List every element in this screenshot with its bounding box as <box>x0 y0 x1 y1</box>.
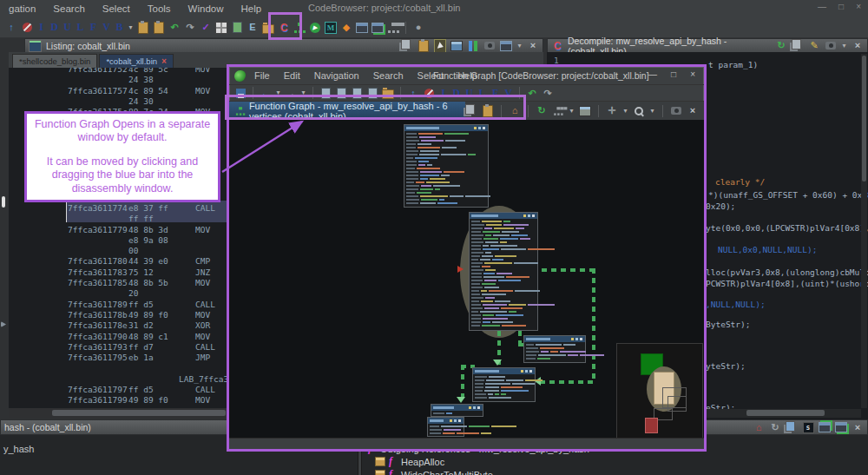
satellite-view[interactable] <box>616 343 703 438</box>
decompile-code-line[interactable]: yte(0x0,0x0,(LPCWSTR)plVar4[0x8],(u <box>706 223 868 233</box>
listing-row[interactable]: 7ffca36117574c 89 54MOV <box>9 86 227 96</box>
import-window-icon[interactable] <box>819 421 831 433</box>
decompile-code-line[interactable]: lloc(pvVar3,0x8,(ulonglong)cbMultiB <box>706 267 868 277</box>
close-decompile-icon[interactable]: × <box>852 40 864 52</box>
function-graph-window[interactable]: FileEditNavigationSearchSelectHelp Funct… <box>227 64 707 452</box>
relayout-icon[interactable]: ↻ <box>536 105 548 117</box>
redo-icon[interactable]: ↷ <box>184 22 196 34</box>
menu-select[interactable]: Select <box>94 3 139 14</box>
layout-icon[interactable] <box>552 105 564 117</box>
decompile-code-line[interactable]: NULL,0x0,NULL,NULL); <box>718 245 817 254</box>
fg-menu-navigation[interactable]: Navigation <box>307 70 366 81</box>
refresh-icon[interactable]: ↻ <box>769 421 781 433</box>
window-icon[interactable] <box>356 22 368 34</box>
fg-menu-edit[interactable]: Edit <box>277 70 307 81</box>
fg-menu-file[interactable]: File <box>247 70 277 81</box>
vertex-titlebar[interactable] <box>470 213 537 219</box>
validate-icon[interactable]: ✓ <box>200 22 212 34</box>
listing-row[interactable]: 7ffca3611797ff d5CALL <box>9 385 227 395</box>
graph-vertex[interactable] <box>472 367 536 402</box>
diamond-icon[interactable]: ◆ <box>340 22 352 34</box>
decompile-hscrollbar[interactable] <box>707 409 861 418</box>
listing-row[interactable]: 7ffca361178548 8b 5bMOV <box>9 278 227 288</box>
listing-row[interactable]: 7ffca361178044 39 e0CMP <box>9 256 227 267</box>
redo-icon[interactable]: ↷ <box>542 87 554 99</box>
vertex-titlebar[interactable] <box>428 418 464 424</box>
listing-row[interactable]: 7ffca361178375 12JNZ <box>9 267 227 278</box>
fg-menu-search[interactable]: Search <box>366 70 411 81</box>
zoom-mode-icon[interactable] <box>633 105 645 117</box>
pan-mode-icon[interactable]: ✛ <box>606 105 618 117</box>
decompile-code-line[interactable]: 0x20); <box>706 201 735 211</box>
listing-row[interactable]: 7ffca3611793ff d7CALL <box>9 342 227 353</box>
datatype-letter-u-icon[interactable]: U <box>62 21 72 34</box>
chevron-down-icon[interactable]: ▾ <box>649 105 655 117</box>
chevron-down-icon[interactable]: ▾ <box>569 105 575 117</box>
decompile-header[interactable]: C Decompile: mw_resolve_api_by_hash - (c… <box>547 38 868 53</box>
decompile-code-line[interactable]: PCWSTR)plVar4[0x8],(uint)*(ushort * <box>706 279 868 288</box>
run-icon[interactable]: ▶ <box>309 22 321 34</box>
listing-row[interactable]: 7ffca361179048 89 c1MOV <box>9 332 227 342</box>
decompile-code-line[interactable]: ,NULL,NULL); <box>706 300 766 309</box>
nav-up-icon[interactable]: ↑ <box>5 22 17 34</box>
datatype-letter-i-icon[interactable]: I <box>36 21 46 34</box>
undo-icon[interactable]: ↶ <box>168 22 181 34</box>
decompile-code-line[interactable]: yteStr); <box>706 361 746 371</box>
listing-row[interactable]: 7ffca3611789ff d5CALL <box>9 300 227 310</box>
paste-icon[interactable] <box>418 40 430 52</box>
listing-row[interactable]: 24 30 <box>9 96 227 107</box>
listing-row[interactable]: 7ffca3611774e8 37 ffCALL <box>9 203 227 214</box>
graph-edge[interactable] <box>542 268 595 272</box>
cursor-style-icon[interactable] <box>434 40 446 52</box>
chevron-down-icon[interactable]: ▾ <box>516 40 523 52</box>
fg-maximize-icon[interactable]: □ <box>671 69 676 79</box>
listing-row[interactable]: 7ffca3611795eb 1aJMP <box>9 353 227 363</box>
menu-search[interactable]: Search <box>44 3 93 14</box>
paste-special-icon[interactable] <box>153 22 165 34</box>
fg-titlebar[interactable]: FileEditNavigationSearchSelectHelp Funct… <box>229 67 704 84</box>
fg-close-icon[interactable]: × <box>690 69 695 79</box>
listing-row[interactable]: 00 <box>9 246 227 256</box>
listing-row[interactable]: 7ffca361178b49 89 f0MOV <box>9 310 227 320</box>
copy-icon[interactable] <box>401 40 413 52</box>
export-window-icon[interactable] <box>835 421 847 433</box>
tab-cobalt-xll[interactable]: *cobalt_xll.bin× <box>99 54 173 68</box>
chevron-down-icon[interactable]: ▾ <box>841 40 847 52</box>
decompile-code-line[interactable]: t param_1) <box>708 60 758 69</box>
snapshot-icon[interactable] <box>670 105 682 117</box>
menu-gation[interactable]: gation <box>0 3 44 14</box>
datatype-letter-b-icon[interactable]: B <box>115 21 124 34</box>
vertex-titlebar[interactable] <box>431 405 483 411</box>
close-fg-icon[interactable]: × <box>687 105 699 117</box>
menu-tools[interactable]: Tools <box>139 3 180 14</box>
call-tree-icon[interactable] <box>387 22 399 34</box>
chevron-down-icon[interactable]: ▾ <box>128 22 134 34</box>
listing-row[interactable]: 24 38 <box>9 75 227 85</box>
menu-help[interactable]: Help <box>233 3 271 14</box>
snapshot-icon[interactable] <box>483 40 496 52</box>
listing-row[interactable]: 20 <box>9 288 227 299</box>
decompile-code-line[interactable]: clearly */ <box>715 177 765 187</box>
main-close-icon[interactable]: × <box>856 2 861 11</box>
graph-vertex[interactable] <box>427 417 464 437</box>
drag-nub[interactable] <box>2 196 5 208</box>
decompile-code-line[interactable]: ByteStr); <box>706 320 750 329</box>
tree-item-widechartomultibyte[interactable]: fWideCharToMultiByte <box>375 468 493 475</box>
vertex-titlebar[interactable] <box>524 336 585 342</box>
undo-icon[interactable]: ↶ <box>526 87 538 99</box>
chevron-down-icon[interactable]: ▾ <box>622 105 628 117</box>
decompile-vscrollbar[interactable] <box>861 54 867 408</box>
graph-vertex[interactable] <box>431 404 483 417</box>
listing-header[interactable]: Listing: cobalt_xll.bin ▾ × <box>24 38 543 53</box>
edit-icon[interactable]: ✎ <box>808 40 820 52</box>
graph-edge[interactable] <box>540 380 595 384</box>
add-window-icon[interactable] <box>372 22 384 34</box>
decompile-code-line[interactable]: *)(unaff_GS_OFFSET + 0x60) + 0x18) <box>708 190 868 200</box>
windows-icon[interactable] <box>786 421 798 433</box>
home-icon[interactable]: ⌂ <box>753 421 765 433</box>
paste-icon[interactable] <box>137 22 149 34</box>
datatype-letter-f-icon[interactable]: F <box>89 21 98 34</box>
copy-icon[interactable] <box>792 40 804 52</box>
datatype-letter-l-icon[interactable]: L <box>76 21 85 34</box>
menu-window[interactable]: Window <box>180 3 233 14</box>
